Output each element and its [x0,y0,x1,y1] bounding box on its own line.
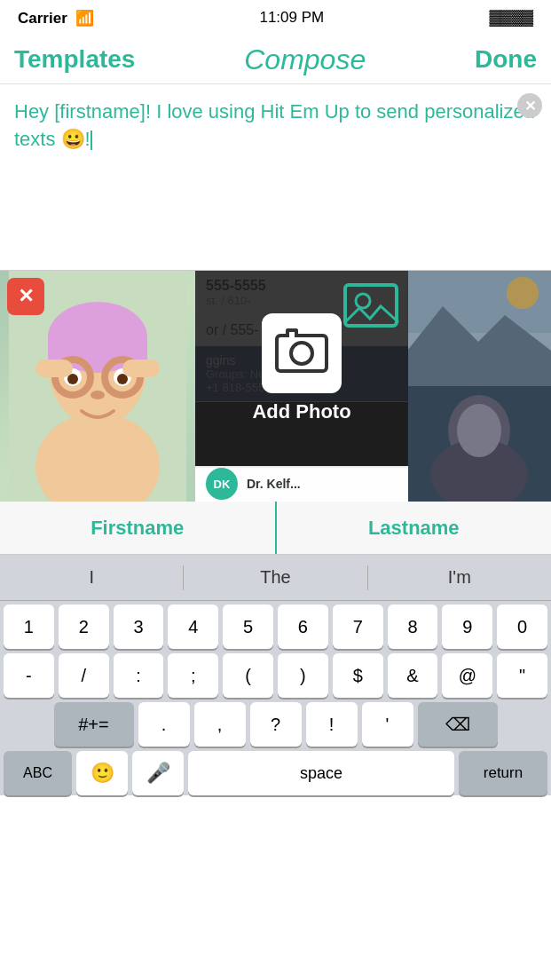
keyboard-symbol-row-1: - / : ; ( ) $ & @ " [4,653,547,698]
right-photo-top-svg [407,271,551,386]
contact-row-selected[interactable]: DK Dr. Kelf... [195,466,408,502]
add-photo-overlay[interactable]: Add Photo [195,271,408,466]
media-strip: ✕ [0,271,551,502]
keyboard-suggestion-bar: I The I'm [0,555,551,601]
suggestion-im[interactable]: I'm [368,560,551,595]
media-right-images [407,271,551,502]
key-dollar[interactable]: $ [333,653,383,698]
key-at[interactable]: @ [442,653,492,698]
key-2[interactable]: 2 [59,605,109,649]
battery-icon: ▓▓▓▓ [489,9,533,27]
key-colon[interactable]: : [114,653,164,698]
key-open-paren[interactable]: ( [223,653,273,698]
key-close-paren[interactable]: ) [278,653,328,698]
key-1[interactable]: 1 [4,605,54,649]
key-apostrophe[interactable]: ' [362,702,413,747]
keyboard-number-row: 1 2 3 4 5 6 7 8 9 0 [4,605,547,649]
insert-quickbar: Firstname Lastname [0,502,551,555]
mic-key[interactable]: 🎤 [132,751,184,795]
camera-lens [289,341,314,366]
key-4[interactable]: 4 [168,605,218,649]
templates-button[interactable]: Templates [14,45,135,74]
suggestion-the[interactable]: The [184,560,366,595]
contact-avatar: DK [206,468,238,500]
text-cursor [91,130,92,150]
contact-info: Dr. Kelf... [247,477,398,491]
key-3[interactable]: 3 [114,605,164,649]
key-6[interactable]: 6 [278,605,328,649]
green-photo-icon [343,278,401,331]
emoji-key[interactable]: 🙂 [76,751,128,795]
insert-firstname-button[interactable]: Firstname [0,502,275,554]
camera-body [275,334,328,373]
key-period[interactable]: . [138,702,190,747]
return-key[interactable]: return [459,751,547,795]
svg-rect-12 [35,360,73,377]
insert-lastname-button[interactable]: Lastname [277,502,552,554]
status-bar: Carrier 📶 11:09 PM ▓▓▓▓ [0,0,551,36]
key-8[interactable]: 8 [388,605,438,649]
delete-button[interactable]: ⌫ [418,702,498,747]
svg-rect-13 [122,360,160,377]
remove-photo-button[interactable]: ✕ [7,278,44,315]
keyboard-symbol-row-2: #+= . , ? ! ' ⌫ [4,702,547,747]
key-dash[interactable]: - [4,653,54,698]
selected-photo: ✕ [0,271,195,502]
time-label: 11:09 PM [259,9,324,27]
key-ampersand[interactable]: & [388,653,438,698]
space-key[interactable]: space [188,751,454,795]
key-question[interactable]: ? [250,702,302,747]
camera-bump [286,328,298,337]
right-photo-bottom-svg [407,386,551,502]
key-7[interactable]: 7 [333,605,383,649]
keyboard-bottom-row: ABC 🙂 🎤 space return [4,751,547,795]
svg-point-19 [507,277,539,309]
abc-key[interactable]: ABC [4,751,72,795]
right-photo-bottom [407,386,551,502]
key-9[interactable]: 9 [442,605,492,649]
svg-point-11 [91,391,105,399]
key-0[interactable]: 0 [497,605,547,649]
key-5[interactable]: 5 [223,605,273,649]
contact-name: Dr. Kelf... [247,477,398,491]
compose-area[interactable]: ✕ Hey [firstname]! I love using Hit Em U… [0,84,551,271]
right-photo-top [407,271,551,386]
svg-point-15 [356,294,370,308]
key-slash[interactable]: / [59,653,109,698]
compose-text: Hey [firstname]! I love using Hit Em Up … [14,99,537,154]
add-photo-label[interactable]: Add Photo [252,400,350,423]
compose-title: Compose [244,43,366,76]
key-quote[interactable]: " [497,653,547,698]
svg-point-23 [457,404,501,457]
close-button[interactable]: ✕ [517,93,542,118]
nav-bar: Templates Compose Done [0,36,551,84]
key-comma[interactable]: , [194,702,246,747]
done-button[interactable]: Done [475,45,537,74]
camera-icon-container [262,313,342,393]
key-hashtag-plus[interactable]: #+= [54,702,134,747]
keyboard: 1 2 3 4 5 6 7 8 9 0 - / : ; ( ) $ & @ " … [0,601,551,795]
battery-indicator: ▓▓▓▓ [489,9,533,27]
carrier-label: Carrier 📶 [18,9,94,28]
suggestion-i[interactable]: I [0,560,183,595]
key-exclaim[interactable]: ! [306,702,358,747]
key-semicolon[interactable]: ; [168,653,218,698]
